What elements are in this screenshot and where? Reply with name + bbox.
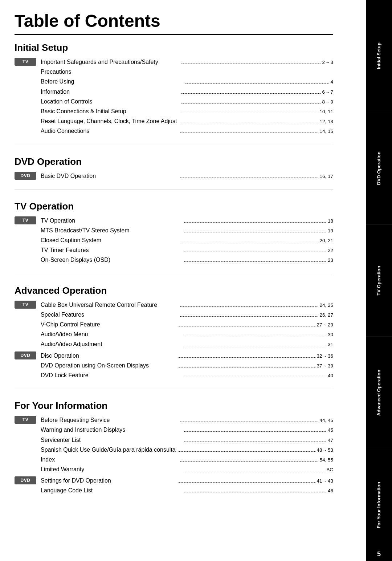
section-heading-advanced-operation: Advanced Operation — [15, 285, 333, 296]
entry-page: 4 — [331, 78, 334, 86]
entry-text: Before Requesting Service — [41, 415, 179, 425]
sidebar-section-for-your-information: For Your Information 5 — [366, 449, 392, 561]
section-heading-for-your-information: For Your Information — [15, 400, 333, 411]
entry-row: Special Features 26, 27 — [41, 310, 333, 320]
entry-row: TV Operation 18 — [41, 216, 333, 225]
entry-page: 32 ~ 36 — [317, 352, 333, 361]
entry-text: DVD Lock Feature — [41, 370, 183, 380]
entry-text: Reset Language, Channels, Clock, Time Zo… — [41, 116, 179, 126]
entry-text: Basic DVD Operation — [41, 171, 179, 181]
entry-page: 18 — [328, 217, 333, 225]
entry-page: 22 — [328, 247, 333, 255]
entry-page: 14, 15 — [319, 127, 333, 136]
entry-row: Closed Caption System 20, 21 — [41, 235, 333, 245]
section-heading-tv-operation: TV Operation — [15, 201, 333, 212]
section-heading-initial-setup: Initial Setup — [15, 42, 333, 53]
entry-dots — [184, 222, 326, 223]
right-sidebar: Initial Setup DVD Operation TV Operation… — [366, 0, 392, 561]
entry-text: Language Code List — [41, 485, 183, 495]
entry-row: Cable Box Universal Remote Control Featu… — [41, 300, 333, 310]
tag-tv: TV — [15, 301, 36, 309]
entries: Settings for DVD Operation 41 ~ 43Langua… — [41, 476, 333, 495]
tag-row: TVImportant Safeguards and Precautions/S… — [15, 57, 333, 136]
tag-dvd: DVD — [15, 476, 36, 484]
entry-page: 47 — [328, 436, 333, 445]
entry-page: 8 ~ 9 — [322, 98, 333, 106]
entries: Cable Box Universal Remote Control Featu… — [41, 300, 333, 349]
page-wrapper: Table of Contents Initial SetupTVImporta… — [0, 0, 392, 561]
entry-text: TV Timer Features — [41, 245, 183, 255]
entry-row: Reset Language, Channels, Clock, Time Zo… — [41, 116, 333, 126]
section-for-your-information: For Your InformationTVBefore Requesting … — [15, 400, 333, 504]
entry-row: Spanish Quick Use Guide/Guía para rápida… — [41, 445, 333, 455]
entry-dots — [180, 316, 318, 317]
entry-page: 40 — [328, 372, 333, 380]
entry-text: V-Chip Control Feature — [41, 320, 177, 329]
entry-row: Warning and Instruction Displays 45 — [41, 425, 333, 435]
entry-row: Limited Warranty BC — [41, 464, 333, 474]
entry-row: Before Requesting Service 44, 45 — [41, 415, 333, 425]
entry-page: 30 — [328, 331, 333, 339]
tag-row: TVTV Operation 18MTS Broadcast/TV Stereo… — [15, 216, 333, 265]
entry-dots — [184, 261, 326, 262]
entry-row: Before Using 4 — [41, 77, 333, 86]
entry-text: Location of Controls — [41, 97, 180, 106]
entry-row: Settings for DVD Operation 41 ~ 43 — [41, 476, 333, 485]
entries: Important Safeguards and Precautions/Saf… — [41, 57, 333, 136]
entry-page: BC — [326, 466, 333, 474]
entry-dots — [179, 482, 315, 483]
entry-text: Audio/Video Menu — [41, 329, 183, 339]
entry-text: Warning and Instruction Displays — [41, 425, 183, 435]
entry-text: Cable Box Universal Remote Control Featu… — [41, 300, 179, 310]
entry-page: 31 — [328, 341, 333, 349]
entry-row: Servicenter List 47 — [41, 435, 333, 445]
entry-text: Basic Connections & Initial Setup — [41, 106, 179, 116]
entry-dots — [184, 252, 326, 252]
entry-page: 45 — [328, 426, 333, 435]
entry-text: DVD Operation using On-Screen Displays — [41, 361, 177, 370]
sidebar-section-advanced-operation: Advanced Operation — [366, 337, 392, 449]
entry-dots — [184, 442, 326, 442]
sidebar-label-for-your-information: For Your Information — [375, 479, 383, 531]
entry-text: Audio/Video Adjustment — [41, 339, 183, 349]
entries: Before Requesting Service 44, 45Warning … — [41, 415, 333, 474]
entry-text: Spanish Quick Use Guide/Guía para rápida… — [41, 445, 177, 455]
entry-text: Closed Caption System — [41, 235, 179, 245]
tag-row: DVDBasic DVD Operation 16, 17 — [15, 171, 333, 181]
entry-dots — [185, 83, 329, 84]
entry-dots — [179, 357, 315, 358]
tag-row: TVBefore Requesting Service 44, 45Warnin… — [15, 415, 333, 474]
entry-text: MTS Broadcast/TV Stereo System — [41, 225, 183, 235]
entry-page: 6 ~ 7 — [322, 88, 333, 97]
entries: Basic DVD Operation 16, 17 — [41, 171, 333, 181]
entry-page: 46 — [328, 487, 333, 495]
entry-dots — [180, 123, 318, 123]
entry-dots — [179, 326, 315, 326]
tag-dvd: DVD — [15, 351, 36, 359]
entry-dots — [184, 471, 325, 471]
entry-row: MTS Broadcast/TV Stereo System 19 — [41, 225, 333, 235]
entry-page: 41 ~ 43 — [317, 477, 333, 485]
entry-page: 26, 27 — [319, 311, 333, 320]
sidebar-label-advanced-operation: Advanced Operation — [375, 367, 383, 419]
entry-dots — [179, 451, 315, 452]
entry-dots — [181, 64, 321, 64]
entry-text: Disc Operation — [41, 351, 177, 361]
tag-tv: TV — [15, 58, 36, 66]
sidebar-label-tv-operation: TV Operation — [375, 263, 383, 298]
entry-dots — [180, 178, 318, 178]
entry-row: TV Timer Features 22 — [41, 245, 333, 255]
entry-dots — [180, 422, 318, 422]
entry-text: Limited Warranty — [41, 464, 182, 474]
entry-row: Location of Controls 8 ~ 9 — [41, 97, 333, 106]
tag-tv: TV — [15, 216, 36, 224]
entry-row: Basic DVD Operation 16, 17 — [41, 171, 333, 181]
tag-row: DVDDisc Operation 32 ~ 36DVD Operation u… — [15, 351, 333, 381]
entry-text: Important Safeguards and Precautions/Saf… — [41, 57, 180, 77]
entry-page: 37 ~ 39 — [317, 362, 333, 370]
entry-text: Audio Connections — [41, 126, 179, 136]
sidebar-section-dvd-operation: DVD Operation — [366, 112, 392, 224]
entry-row: On-Screen Displays (OSD) 23 — [41, 255, 333, 265]
entry-dots — [180, 242, 318, 242]
sidebar-section-tv-operation: TV Operation — [366, 224, 392, 337]
